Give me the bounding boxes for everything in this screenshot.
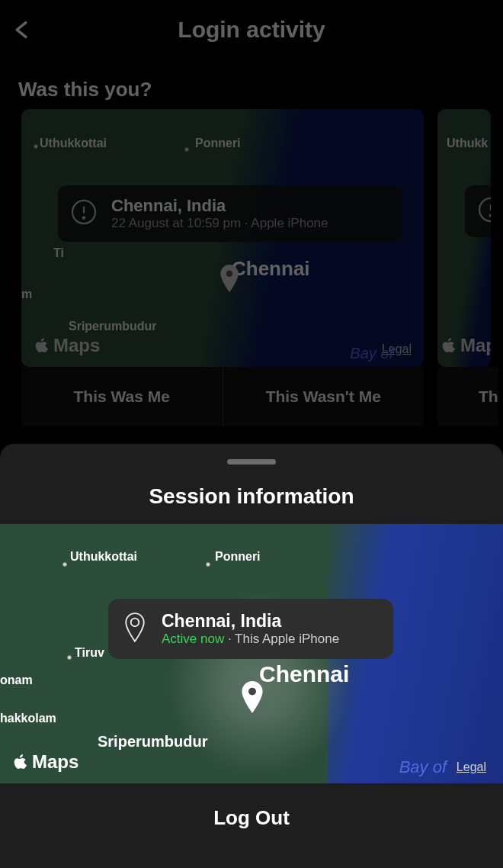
log-out-button[interactable]: Log Out (0, 783, 503, 868)
map-town-label: onam (0, 674, 33, 687)
map-town-label: Uthukkottai (70, 550, 137, 564)
session-detail-map[interactable]: Uthukkottai Ponneri Tiruv onam hakkolam … (0, 524, 503, 783)
session-detail-text: Chennai, India Active now · This Apple i… (162, 611, 339, 647)
map-town-label: hakkolam (0, 712, 56, 725)
active-now-label: Active now (162, 632, 224, 646)
map-town-label: Ponneri (215, 550, 261, 564)
session-detail-badge: Chennai, India Active now · This Apple i… (108, 599, 393, 659)
map-city-label: Chennai (259, 661, 349, 687)
separator: · (224, 632, 235, 646)
sheet-grabber[interactable] (227, 459, 276, 465)
location-pin-icon (123, 612, 146, 646)
session-info-sheet: Session information Uthukkottai Ponneri … (0, 444, 503, 868)
apple-maps-label: Maps (32, 751, 78, 773)
sheet-title: Session information (0, 484, 503, 509)
session-detail-location: Chennai, India (162, 611, 339, 632)
legal-link[interactable]: Legal (457, 760, 486, 774)
svg-point-7 (131, 618, 139, 626)
map-water-label: Bay of (399, 757, 447, 777)
svg-point-8 (248, 688, 256, 696)
map-town-dot (62, 562, 67, 567)
map-town-dot (67, 655, 72, 660)
apple-logo-icon (14, 754, 27, 770)
map-town-label: Sriperumbudur (98, 733, 207, 751)
apple-maps-attribution: Maps (14, 751, 78, 773)
map-town-label: Tiruv (75, 646, 104, 660)
map-town-dot (206, 562, 210, 567)
map-pin-icon (241, 681, 264, 716)
session-detail-subtitle: Active now · This Apple iPhone (162, 632, 339, 647)
device-label: This Apple iPhone (235, 632, 339, 646)
